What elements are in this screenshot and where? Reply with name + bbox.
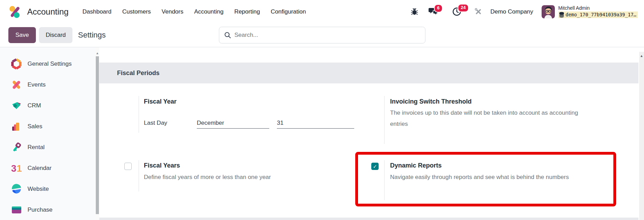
sidebar-item-events[interactable]: Events [0, 74, 95, 95]
sidebar-item-sales[interactable]: Sales [0, 116, 95, 137]
database-badge: demo_170_77b941039a39_17… [558, 11, 638, 18]
section-header-fiscal-periods: Fiscal Periods [99, 63, 638, 83]
general-settings-icon [10, 58, 22, 70]
tools-icon[interactable] [474, 7, 483, 16]
fiscal-year-month-input[interactable] [197, 117, 269, 129]
sidebar-item-purchase[interactable]: Purchase [0, 199, 95, 220]
next-section-header-partial [99, 218, 638, 220]
sidebar-label: Sales [28, 123, 42, 130]
activities-clock-icon[interactable]: 24 [452, 7, 461, 16]
settings-content: Fiscal Periods Fiscal Year Last Day Invo… [99, 47, 639, 220]
divider [384, 96, 385, 144]
sidebar-item-crm[interactable]: CRM [0, 95, 95, 116]
dynamic-reports-checkbox[interactable]: ✓ [371, 163, 379, 170]
sidebar-label: Website [28, 186, 49, 193]
fiscal-years-title[interactable]: Fiscal Years [144, 162, 180, 169]
user-info: Mitchell Admin demo_170_77b941039a39_17… [558, 5, 638, 18]
website-icon [10, 183, 22, 195]
menu-customers[interactable]: Customers [122, 8, 151, 15]
sales-icon [10, 121, 22, 132]
sidebar-label: CRM [28, 102, 41, 109]
fiscal-year-day-input[interactable] [277, 117, 354, 129]
search-input[interactable] [234, 32, 420, 39]
section-title: Fiscal Periods [117, 63, 160, 83]
invoicing-switch-threshold-title: Invoicing Switch Threshold [390, 98, 472, 105]
events-icon [10, 79, 22, 91]
menu-accounting[interactable]: Accounting [194, 8, 224, 15]
odoo-settings-page: Accounting Dashboard Customers Vendors A… [0, 0, 644, 220]
calendar-icon: 3 1 [10, 162, 22, 174]
svg-text:1: 1 [17, 163, 22, 174]
search-bar[interactable] [219, 27, 425, 43]
user-avatar [542, 5, 555, 18]
save-button[interactable]: Save [8, 27, 36, 43]
sidebar-item-general-settings[interactable]: General Settings [0, 54, 95, 74]
sidebar-label: Purchase [28, 206, 53, 213]
menu-dashboard[interactable]: Dashboard [83, 8, 111, 15]
fiscal-years-checkbox[interactable]: ✓ [124, 163, 132, 170]
sidebar-label: Rental [28, 144, 45, 151]
fiscal-years-description: Define fiscal years of more or less than… [144, 172, 308, 183]
user-menu[interactable]: Mitchell Admin demo_170_77b941039a39_17… [542, 5, 638, 18]
invoicing-switch-threshold-description: The invoices up to this date will not be… [390, 107, 587, 129]
control-panel: Save Discard Settings [0, 23, 644, 47]
last-day-label: Last Day [144, 120, 167, 127]
sidebar-scrollbar[interactable]: ▲ [95, 47, 99, 220]
app-name[interactable]: Accounting [27, 7, 69, 17]
crm-icon [10, 100, 22, 112]
purchase-icon [10, 204, 22, 216]
sidebar-scrollbar-thumb[interactable] [96, 56, 99, 214]
scroll-up-arrow-icon[interactable]: ▲ [95, 51, 99, 55]
sidebar-label: Calendar [28, 165, 52, 172]
menu-reporting[interactable]: Reporting [234, 8, 260, 15]
page-title: Settings [78, 23, 106, 47]
main-menu: Dashboard Customers Vendors Accounting R… [83, 8, 306, 15]
menu-configuration[interactable]: Configuration [271, 8, 306, 15]
sidebar-item-website[interactable]: Website [0, 179, 95, 199]
navbar-systray: 6 24 Demo Company [410, 5, 638, 18]
company-switcher[interactable]: Demo Company [490, 8, 533, 15]
debug-bug-icon[interactable] [410, 8, 419, 16]
sidebar-item-calendar[interactable]: 3 1 Calendar [0, 158, 95, 179]
sidebar-label: General Settings [28, 60, 72, 67]
messages-count-badge: 6 [434, 4, 443, 13]
menu-vendors[interactable]: Vendors [162, 8, 183, 15]
settings-area: General Settings Events CRM [0, 47, 644, 220]
settings-sidebar: General Settings Events CRM [0, 47, 95, 220]
activities-count-badge: 24 [458, 4, 469, 12]
discard-button[interactable]: Discard [39, 27, 72, 43]
user-name: Mitchell Admin [558, 5, 638, 11]
database-name: demo_170_77b941039a39_17… [566, 12, 636, 18]
top-navbar: Accounting Dashboard Customers Vendors A… [0, 0, 644, 23]
divider [139, 96, 139, 133]
database-icon [559, 12, 564, 18]
sidebar-item-rental[interactable]: Rental [0, 137, 95, 158]
messages-icon[interactable]: 6 [428, 7, 438, 16]
scroll-up-arrow-icon[interactable]: ▲ [639, 54, 644, 58]
search-icon [224, 32, 231, 39]
page-scrollbar[interactable]: ▲ [639, 52, 644, 220]
accounting-app-logo-icon[interactable] [8, 5, 22, 18]
divider [139, 160, 139, 192]
svg-text:3: 3 [11, 163, 16, 174]
sidebar-label: Events [28, 81, 46, 88]
divider [384, 160, 385, 200]
dynamic-reports-title[interactable]: Dynamic Reports [390, 162, 442, 169]
fiscal-year-title: Fiscal Year [144, 98, 177, 105]
rental-icon [10, 141, 22, 153]
dynamic-reports-description: Navigate easily through reports and see … [390, 172, 571, 183]
